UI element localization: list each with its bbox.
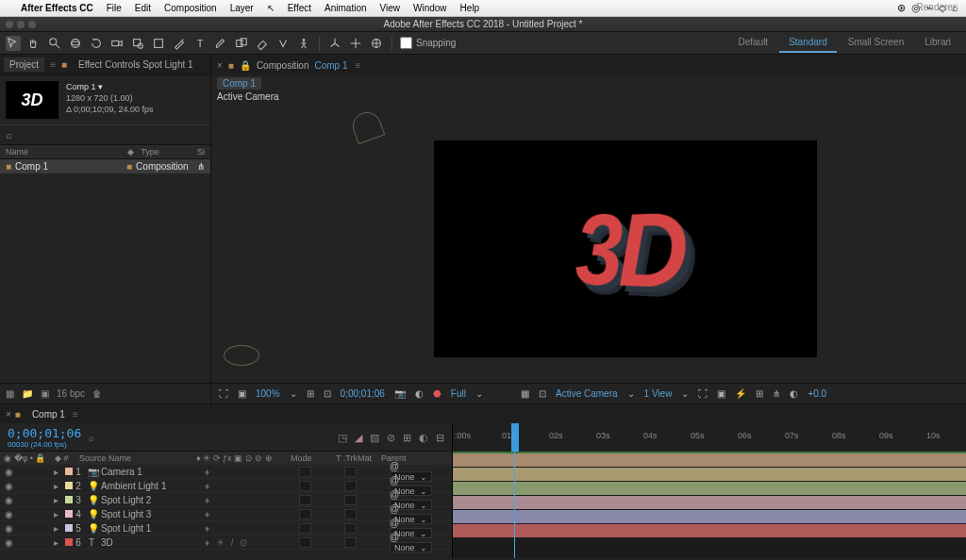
interpret-icon[interactable]: ▦ (6, 388, 14, 399)
axis-icon[interactable] (327, 36, 342, 51)
layer-bar[interactable] (453, 482, 966, 495)
brush-tool[interactable] (213, 36, 228, 51)
layer-switches[interactable]: ♦ (202, 467, 296, 477)
nudge-icon[interactable]: ⊞ (307, 388, 314, 399)
visibility-icon[interactable]: ◉ (0, 495, 17, 505)
close-icon[interactable] (6, 21, 13, 28)
layer-name[interactable]: Spot Light 2 (98, 495, 202, 505)
pen-tool[interactable] (172, 36, 187, 51)
visibility-icon[interactable]: ◉ (0, 467, 17, 477)
layer-bar[interactable] (453, 510, 966, 523)
layer-row[interactable]: ◉▸3💡Spot Light 2♦ @ None ⌄ (0, 493, 452, 507)
expand-icon[interactable]: ▸ (51, 523, 62, 534)
view-mode-dropdown[interactable]: Active Camera (556, 388, 618, 399)
workspace-small-screen[interactable]: Small Screen (839, 33, 913, 53)
view-options-icon[interactable]: ⛶ (698, 388, 708, 399)
layer-switches[interactable]: ♦ ☀ / ⊙ (202, 537, 296, 548)
frame-blend-icon[interactable]: ▨ (370, 432, 379, 444)
menu-effect[interactable]: Effect (288, 3, 311, 13)
comp-mini-icon[interactable]: ◳ (338, 432, 347, 444)
layer-row[interactable]: ◉▸6T3D♦ ☀ / ⊙ @ None ⌄ (0, 535, 452, 550)
app-menu[interactable]: After Effects CC (21, 3, 93, 13)
layer-bar[interactable] (453, 496, 966, 509)
lock-icon[interactable]: 🔒 (240, 60, 251, 71)
dropdown-icon[interactable]: × (217, 60, 223, 71)
project-tab[interactable]: Project (4, 58, 44, 72)
menu-edit[interactable]: Edit (135, 3, 151, 13)
draft-3d-icon[interactable]: ◐ (419, 432, 428, 444)
bpc-label[interactable]: 16 bpc (57, 388, 85, 399)
timeline-tab[interactable]: Comp 1 (25, 407, 73, 421)
expand-icon[interactable]: ▸ (51, 495, 62, 505)
pickwhip-icon[interactable]: @ (390, 461, 399, 471)
trkmat-dropdown[interactable] (344, 509, 357, 519)
menu-layer[interactable]: Layer (230, 3, 254, 13)
rotate-tool[interactable] (89, 36, 104, 51)
renderer-label[interactable]: Renderer: (917, 2, 958, 12)
switches-icon[interactable]: ⊟ (436, 432, 444, 444)
orbit-tool[interactable] (68, 36, 83, 51)
comp-name[interactable]: Comp 1 ▾ (66, 81, 154, 92)
layer-switches[interactable]: ♦ (202, 481, 296, 491)
layer-bar[interactable] (453, 524, 966, 537)
panel-comp-name[interactable]: Comp 1 (314, 60, 347, 71)
playhead[interactable] (511, 423, 519, 452)
pickwhip-icon[interactable]: @ (390, 518, 399, 528)
minimize-icon[interactable] (17, 21, 25, 28)
pickwhip-icon[interactable]: @ (390, 475, 399, 486)
timeline-icon[interactable]: ⊞ (756, 388, 763, 399)
res-icon[interactable]: ▣ (238, 388, 246, 399)
layer-row[interactable]: ◉▸2💡Ambient Light 1♦ @ None ⌄ (0, 479, 452, 493)
workspace-libraries[interactable]: Librari (915, 33, 960, 53)
menu-view[interactable]: View (380, 3, 401, 13)
visibility-icon[interactable]: ◉ (0, 523, 17, 534)
shape-tool[interactable] (151, 36, 166, 51)
time-ruler[interactable]: :00s 01s 02s 03s 04s 05s 06s 07s 08s 09s… (453, 423, 966, 452)
layer-row[interactable]: ◉▸5💡Spot Light 1♦ @ None ⌄ (0, 521, 452, 535)
axis-view-icon[interactable] (369, 36, 384, 51)
workspace-standard[interactable]: Standard (779, 33, 837, 53)
flowchart-icon[interactable]: ⋔ (197, 161, 205, 172)
eraser-tool[interactable] (255, 36, 270, 51)
viewer[interactable]: 3D (211, 103, 966, 383)
dropdown-icon[interactable]: × (6, 409, 11, 420)
window-traffic-lights[interactable] (6, 21, 36, 28)
view-count-dropdown[interactable]: 1 View (644, 388, 673, 399)
snapping-toggle[interactable]: Snapping (400, 37, 456, 49)
roto-tool[interactable] (275, 36, 291, 51)
camera-tool[interactable] (109, 36, 125, 51)
menu-composition[interactable]: Composition (164, 3, 217, 13)
menu-file[interactable]: File (107, 3, 122, 13)
trash-icon[interactable]: 🗑 (92, 388, 102, 399)
comp-breadcrumb[interactable]: Comp 1 (217, 77, 261, 90)
new-folder-icon[interactable]: 📁 (22, 388, 33, 399)
mode-dropdown[interactable] (299, 509, 311, 519)
pickwhip-icon[interactable]: @ (390, 532, 399, 542)
text-tool[interactable]: T (192, 36, 208, 51)
motion-blur-icon[interactable]: ⊘ (387, 432, 395, 444)
pan-behind-tool[interactable] (130, 36, 145, 51)
hand-tool[interactable] (26, 36, 42, 51)
clone-tool[interactable] (234, 36, 249, 51)
menu-animation[interactable]: Animation (325, 3, 366, 13)
status-icon[interactable]: ⊛ (897, 2, 906, 14)
timeline-bars[interactable] (453, 452, 966, 558)
trkmat-dropdown[interactable] (344, 495, 357, 505)
layer-bar[interactable] (453, 453, 966, 467)
puppet-tool[interactable] (296, 36, 311, 51)
expand-icon[interactable]: ▸ (51, 481, 62, 491)
zoom-icon[interactable] (28, 21, 36, 28)
magnify-icon[interactable]: ⛶ (219, 388, 228, 399)
light-wireframe[interactable] (349, 108, 385, 144)
col-type[interactable]: Type (141, 147, 197, 156)
layer-name[interactable]: 3D (98, 537, 202, 548)
search-icon[interactable]: ⌕ (89, 433, 94, 443)
transparency-icon[interactable]: ▦ (521, 388, 529, 399)
layer-row[interactable]: ◉▸4💡Spot Light 3♦ @ None ⌄ (0, 507, 452, 521)
mode-dropdown[interactable] (299, 523, 311, 534)
light-wireframe[interactable] (224, 345, 259, 366)
fast-preview-icon[interactable]: ⚡ (735, 388, 746, 399)
project-search[interactable]: ⌕ (0, 124, 210, 144)
visibility-icon[interactable]: ◉ (0, 481, 17, 491)
trkmat-dropdown[interactable] (344, 481, 357, 491)
